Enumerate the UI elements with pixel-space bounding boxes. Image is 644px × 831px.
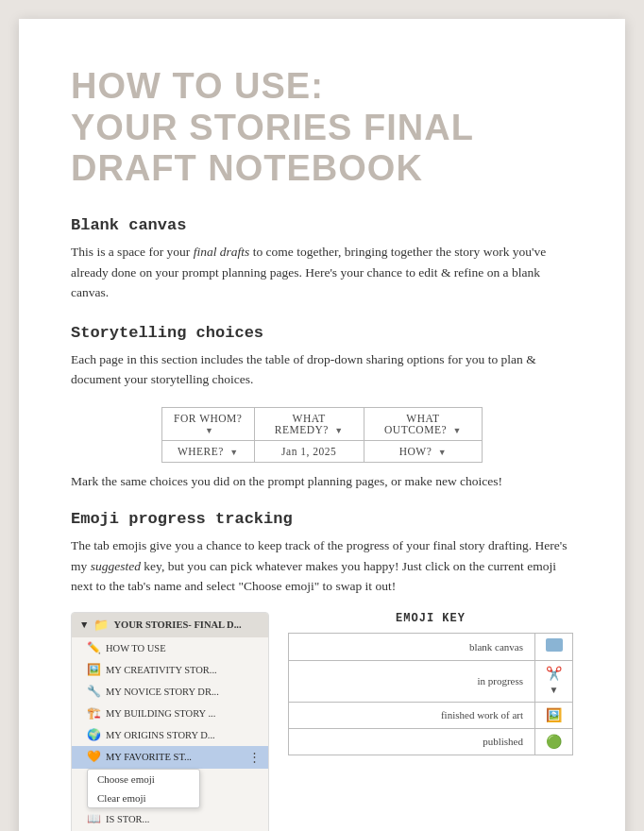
emoji-icon-published: 🟢	[535, 728, 573, 755]
emoji-key-row-finished: finished work of art 🖼️	[289, 702, 573, 728]
building-icon: 🏗️	[87, 706, 101, 721]
how-dropdown[interactable]: HOW? ▼	[364, 441, 482, 463]
emoji-label-blank-canvas: blank canvas	[289, 633, 535, 660]
choose-emoji-item[interactable]: Choose emoji	[88, 770, 199, 789]
what-outcome-arrow: ▼	[452, 426, 461, 435]
sidebar-header: ▼ 📁 YOUR STORIES- FINAL D...	[72, 613, 268, 637]
favorite-icon: 🧡	[87, 750, 101, 764]
sidebar-item-label: MY ORIGINS STORY D...	[106, 730, 215, 740]
novice-icon: 🔧	[87, 685, 101, 699]
sidebar-header-label: YOUR STORIES- FINAL D...	[113, 619, 241, 630]
is-stor-icon: 📖	[87, 812, 101, 826]
how-to-use-icon: ✏️	[87, 641, 101, 655]
sidebar-item-label: HOW TO USE	[106, 643, 166, 653]
what-remedy-dropdown[interactable]: WHAT REMEDY? ▼	[254, 408, 364, 441]
emoji-key-title: EMOJI KEY	[288, 612, 573, 625]
emoji-label-finished: finished work of art	[289, 702, 535, 728]
title-line2: YOUR STORIES FINAL DRAFT NOTEBOOK	[71, 108, 573, 190]
storytelling-choices-heading: Storytelling choices	[71, 324, 573, 342]
sharing-options-table: FOR WHOM? ▼ WHAT REMEDY? ▼ WHAT OUTCOME?…	[161, 407, 483, 463]
emoji-icon-finished: 🖼️	[535, 702, 573, 728]
emoji-label-in-progress: in progress	[289, 660, 535, 702]
sidebar-collapse-arrow[interactable]: ▼	[79, 619, 89, 630]
emoji-key-table: blank canvas in progress ✂️ ▼ finished w…	[288, 633, 573, 755]
emoji-content: ▼ 📁 YOUR STORIES- FINAL D... ✏️ HOW TO U…	[71, 612, 573, 831]
sidebar-item-origins[interactable]: 🌍 MY ORIGINS STORY D...	[72, 724, 268, 746]
sidebar-mock: ▼ 📁 YOUR STORIES- FINAL D... ✏️ HOW TO U…	[71, 612, 269, 831]
for-whom-dropdown[interactable]: FOR WHOM? ▼	[162, 408, 255, 441]
sidebar-item-more-icon[interactable]: ⋮	[248, 750, 261, 765]
emoji-key-row-blank-canvas: blank canvas	[289, 633, 573, 660]
sidebar-item-favorite[interactable]: 🧡 MY FAVORITE ST... ⋮	[72, 746, 268, 769]
sidebar-folder-icon: 📁	[93, 618, 109, 633]
section-emoji-tracking: Emoji progress tracking The tab emojis g…	[71, 510, 573, 831]
sidebar-item-label: MY BUILDING STORY ...	[106, 708, 215, 719]
where-dropdown[interactable]: WHERE? ▼	[162, 441, 255, 463]
creativity-icon: 🖼️	[87, 663, 101, 677]
emoji-tracking-text: The tab emojis give you a chance to keep…	[71, 535, 573, 597]
main-title: HOW TO USE: YOUR STORIES FINAL DRAFT NOT…	[71, 66, 573, 190]
mark-text: Mark the same choices you did on the pro…	[71, 474, 573, 489]
clear-emoji-item[interactable]: Clear emoji	[88, 789, 199, 807]
section-blank-canvas: Blank canvas This is a space for your fi…	[71, 216, 573, 303]
where-arrow: ▼	[229, 448, 238, 457]
title-line1: HOW TO USE:	[71, 66, 573, 108]
sidebar-context-menu: Choose emoji Clear emoji	[87, 769, 200, 808]
section-storytelling-choices: Storytelling choices Each page in this s…	[71, 324, 573, 489]
emoji-icon-in-progress: ✂️ ▼	[535, 660, 573, 702]
emoji-key-row-in-progress: in progress ✂️ ▼	[289, 660, 573, 702]
emoji-label-published: published	[289, 728, 535, 755]
sidebar-item-label: IS STOR...	[106, 814, 150, 824]
sidebar-item-how-to-use[interactable]: ✏️ HOW TO USE	[72, 637, 268, 659]
sidebar-item-novice[interactable]: 🔧 MY NOVICE STORY DR...	[72, 681, 268, 703]
for-whom-arrow: ▼	[205, 426, 213, 435]
sidebar-item-is-stor[interactable]: 📖 IS STOR...	[72, 808, 268, 830]
what-outcome-dropdown[interactable]: WHAT OUTCOME? ▼	[364, 408, 482, 441]
what-remedy-arrow: ▼	[334, 426, 343, 435]
sidebar-item-label: MY NOVICE STORY DR...	[106, 687, 219, 697]
emoji-tracking-heading: Emoji progress tracking	[71, 510, 573, 528]
sidebar-item-creativity[interactable]: 🖼️ MY CREATIVITY STOR...	[72, 659, 268, 681]
sidebar-item-label: MY CREATIVITY STOR...	[106, 665, 217, 675]
blank-canvas-text: This is a space for your final drafts to…	[71, 242, 573, 303]
origins-icon: 🌍	[87, 728, 101, 742]
emoji-icon-blank-canvas	[535, 633, 573, 660]
sidebar-item-building[interactable]: 🏗️ MY BUILDING STORY ...	[72, 703, 268, 724]
blank-canvas-heading: Blank canvas	[71, 216, 573, 234]
emoji-key: EMOJI KEY blank canvas in progress ✂️ ▼ …	[288, 612, 573, 755]
sidebar-item-label: MY FAVORITE ST...	[106, 752, 192, 762]
page: HOW TO USE: YOUR STORIES FINAL DRAFT NOT…	[19, 19, 625, 831]
date-cell: Jan 1, 2025	[254, 441, 364, 463]
storytelling-choices-text: Each page in this section includes the t…	[71, 349, 573, 390]
how-arrow: ▼	[438, 448, 447, 457]
emoji-key-row-published: published 🟢	[289, 728, 573, 755]
